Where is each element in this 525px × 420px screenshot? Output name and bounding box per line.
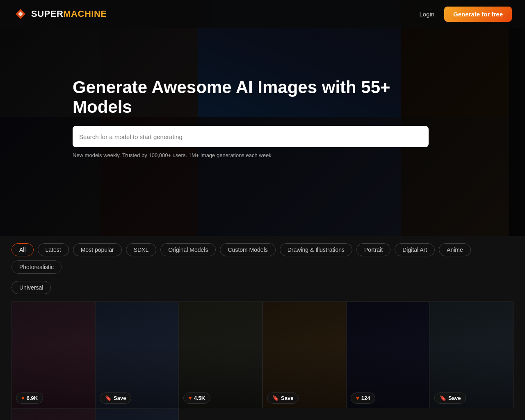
- stat-badge-1[interactable]: ♥6.9K: [16, 393, 43, 404]
- filter-digital-art[interactable]: Digital Art: [395, 243, 435, 256]
- bookmark-icon: 🔖: [105, 395, 112, 401]
- generate-cta-button[interactable]: Generate for free: [444, 7, 512, 22]
- card-overlay-2: [96, 302, 178, 408]
- hero-section: Generate Awesome AI Images with 55+ Mode…: [0, 0, 525, 236]
- card-stats-2: 🔖Save: [100, 393, 131, 404]
- nav-right: Login Generate for free: [419, 7, 512, 22]
- filter-latest[interactable]: Latest: [38, 243, 69, 256]
- card-stats-3: ♥4.5K: [183, 393, 210, 404]
- filter-sdxl[interactable]: SDXL: [126, 243, 157, 256]
- bookmark-icon: 🔖: [272, 395, 279, 401]
- card-stats-6: 🔖Save: [434, 393, 466, 404]
- stat-badge-4[interactable]: 🔖Save: [267, 393, 299, 404]
- hero-content: Generate Awesome AI Images with 55+ Mode…: [73, 78, 434, 159]
- logo-text: SUPERMACHINE: [31, 9, 107, 19]
- filter-original-models[interactable]: Original Models: [160, 243, 216, 256]
- filter-photorealistic[interactable]: Photorealistic: [11, 260, 62, 274]
- filter-row-2: Universal: [11, 281, 514, 301]
- logo[interactable]: SUPERMACHINE: [13, 7, 107, 21]
- cards-section: ♥6.9K🔖Save♥4.5K🔖Save♥124🔖Save♥9K🔖Save: [0, 301, 525, 420]
- filter-row-1: AllLatestMost popularSDXLOriginal Models…: [11, 243, 514, 281]
- filter-drawing-illustrations[interactable]: Drawing & Illustrations: [280, 243, 352, 256]
- card-stats-5: ♥124: [351, 393, 375, 404]
- cards-grid: ♥6.9K🔖Save♥4.5K🔖Save♥124🔖Save♥9K🔖Save: [11, 301, 514, 420]
- heart-icon: ♥: [21, 395, 25, 401]
- stat-badge-2[interactable]: 🔖Save: [100, 393, 131, 404]
- card-4[interactable]: 🔖Save: [262, 301, 346, 408]
- login-button[interactable]: Login: [419, 11, 434, 18]
- card-overlay-6: [430, 302, 513, 408]
- filter-universal[interactable]: Universal: [11, 281, 51, 294]
- stat-value: 6.9K: [27, 395, 38, 401]
- card-6[interactable]: 🔖Save: [430, 301, 514, 408]
- bookmark-icon: 🔖: [440, 395, 446, 401]
- hero-title: Generate Awesome AI Images with 55+ Mode…: [73, 78, 434, 117]
- hero-subtitle: New models weekly. Trusted by 100,000+ u…: [73, 152, 434, 158]
- filter-portrait[interactable]: Portrait: [356, 243, 390, 256]
- card-stats-4: 🔖Save: [267, 393, 299, 404]
- card-overlay-4: [263, 302, 346, 408]
- card-stats-1: ♥6.9K: [16, 393, 43, 404]
- card-3[interactable]: ♥4.5K: [179, 301, 262, 408]
- stat-value: Save: [114, 395, 126, 401]
- search-input[interactable]: [79, 133, 422, 140]
- card-7[interactable]: ♥9K: [11, 408, 95, 420]
- filters-section: AllLatestMost popularSDXLOriginal Models…: [0, 236, 525, 301]
- stat-value: Save: [281, 395, 293, 401]
- logo-icon: [13, 7, 28, 21]
- navbar: SUPERMACHINE Login Generate for free: [0, 0, 525, 28]
- search-bar[interactable]: [73, 126, 429, 147]
- card-overlay-3: [179, 302, 262, 408]
- filter-most-popular[interactable]: Most popular: [73, 243, 122, 256]
- card-overlay-8: [96, 409, 178, 420]
- heart-icon: ♥: [189, 395, 192, 401]
- heart-icon: ♥: [356, 395, 359, 401]
- card-overlay-7: [12, 409, 95, 420]
- stat-value: Save: [448, 395, 461, 401]
- stat-value: 124: [361, 395, 370, 401]
- card-1[interactable]: ♥6.9K: [11, 301, 95, 408]
- card-overlay-5: [347, 302, 429, 408]
- stat-badge-5[interactable]: ♥124: [351, 393, 375, 404]
- filter-custom-models[interactable]: Custom Models: [220, 243, 275, 256]
- stat-value: 4.5K: [194, 395, 205, 401]
- card-5[interactable]: ♥124: [346, 301, 430, 408]
- stat-badge-6[interactable]: 🔖Save: [434, 393, 466, 404]
- card-overlay-1: [12, 302, 95, 408]
- stat-badge-3[interactable]: ♥4.5K: [183, 393, 210, 404]
- card-8[interactable]: 🔖Save: [95, 408, 179, 420]
- card-2[interactable]: 🔖Save: [95, 301, 179, 408]
- filter-anime[interactable]: Anime: [439, 243, 471, 256]
- filter-all[interactable]: All: [11, 243, 34, 256]
